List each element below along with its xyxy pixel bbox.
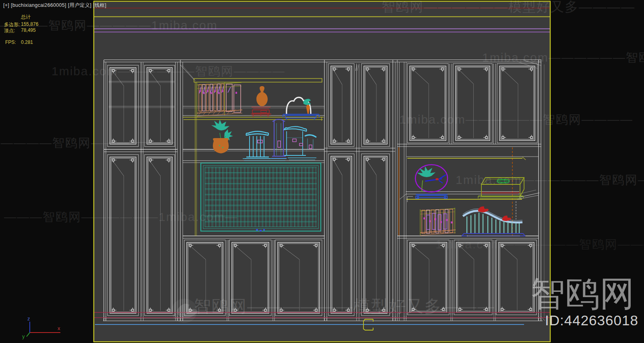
stats-vertices-value: 78,495: [21, 27, 36, 33]
stats-fps-value: 0.281: [21, 39, 33, 45]
stats-polygons-value: 155,876: [21, 21, 38, 27]
axis-gizmo: xzy: [22, 316, 60, 339]
viewport-canvas[interactable]: xzy: [0, 0, 644, 343]
viewport-label[interactable]: [+] [buchixiangcai2660005] [用户定义] [线框]: [3, 2, 106, 9]
axis-z-label: z: [27, 316, 30, 322]
axis-x-label: x: [58, 325, 60, 331]
axis-y-label: y: [22, 333, 25, 339]
stats-fps-label: FPS:: [5, 39, 16, 45]
stats-total-label: 总计: [21, 14, 31, 21]
stats-vertices-label: 顶点:: [4, 27, 15, 34]
screenshot-root: xzy 智鸥网——————模型好又多————————智鸥网—————1miba.…: [0, 0, 644, 343]
